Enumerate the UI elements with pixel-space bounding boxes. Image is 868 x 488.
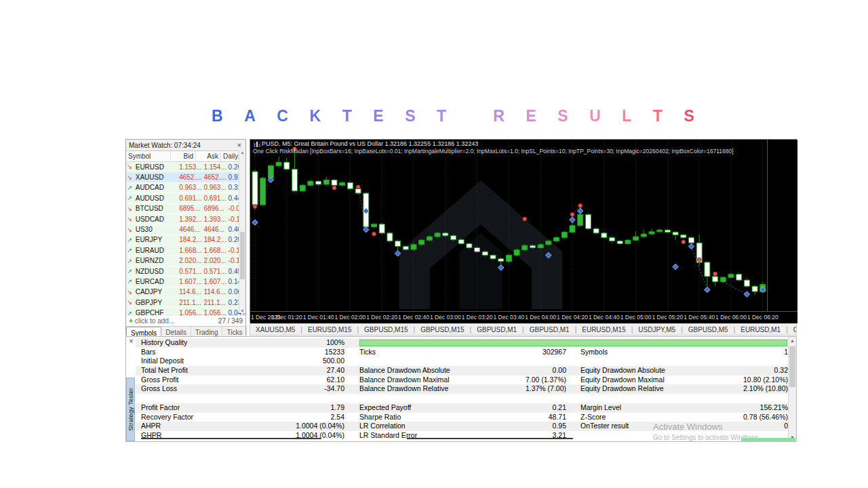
stat-value: 15233: [217, 348, 344, 357]
stat-value: 500.00: [217, 357, 344, 366]
market-watch-add-row[interactable]: + click to add... 27 / 349: [126, 315, 245, 326]
symbol-name: BTCUSD: [134, 205, 177, 212]
symbol-row[interactable]: ↘XAUUSD4652....4652....0.91%: [126, 172, 245, 182]
tick-up-icon: ↗: [126, 237, 134, 243]
chart-canvas[interactable]: 1.324701.324351.324001.323651.323301.322…: [250, 140, 796, 322]
stats-scrollbar[interactable]: ▲ ▼: [788, 337, 796, 441]
market-watch-scrollbar[interactable]: ▲ ▼: [239, 150, 245, 313]
bid-value: 184.2...: [177, 236, 201, 243]
stat-value: 0.78 (56.46%): [659, 413, 788, 422]
column-header-bid[interactable]: Bid: [171, 151, 196, 161]
chart-tab-5[interactable]: GBPUSD,M1: [524, 326, 575, 333]
title-letter: K: [310, 107, 321, 125]
stat-value: 1: [659, 348, 788, 357]
stat-value: 156.21%: [659, 403, 788, 413]
market-watch-rows: ↘EURUSD1.153...1.154...0.26%↘XAUUSD4652.…: [126, 162, 245, 315]
candlestick-chart[interactable]: 1.324701.324351.324001.323651.323301.322…: [250, 140, 797, 323]
stat-label: Gross Loss: [141, 384, 177, 394]
column-header-symbol[interactable]: Symbol: [126, 151, 171, 161]
symbol-row[interactable]: ↗EURCAD1.607...1.607...0.14%: [126, 277, 245, 287]
symbol-row[interactable]: ↗NZDUSD0.571...0.571...0.45%: [126, 266, 245, 277]
sell-marker-icon: [332, 186, 336, 190]
ask-value: 1.668...: [201, 247, 226, 254]
title-letter: B: [212, 107, 223, 125]
scroll-up-icon[interactable]: ▲: [241, 150, 245, 155]
stat-value: -34.70: [217, 384, 344, 394]
bid-value: 211.1...: [177, 299, 201, 306]
symbol-row[interactable]: ↗EURNZD2.020...2.020...-0.18%: [126, 256, 245, 266]
chart-tab-10[interactable]: GBPUSD,M1: [788, 326, 797, 333]
symbol-row[interactable]: ↘EURUSD1.153...1.154...0.26%: [126, 162, 245, 172]
sell-marker-icon: [253, 205, 257, 209]
stats-row: History Quality100%: [136, 338, 789, 348]
ask-value: 0.691...: [201, 195, 226, 202]
symbol-name: GBPCHF: [134, 309, 177, 315]
chart-tab-6[interactable]: EURUSD,M15: [576, 326, 631, 333]
symbol-name: EURCAD: [134, 278, 177, 285]
svg-text:1 Dec 06:00: 1 Dec 06:00: [715, 314, 747, 321]
bid-value: 1.153...: [177, 163, 201, 171]
column-header-ask[interactable]: Ask: [196, 151, 221, 161]
symbol-name: EURJPY: [134, 236, 177, 243]
stat-label: Expected Payoff: [359, 403, 411, 413]
chart-tab-1[interactable]: EURUSD,M15: [302, 326, 357, 333]
scroll-up-icon[interactable]: ▲: [790, 338, 795, 343]
symbol-row[interactable]: ↗EURJPY184.2...184.2...0.20%: [126, 235, 245, 245]
chart-tab-9[interactable]: EURUSD,M1: [735, 326, 786, 333]
title-letter: R: [493, 107, 505, 125]
svg-text:1 Dec 06:20: 1 Dec 06:20: [747, 314, 778, 321]
strategy-tester-tab[interactable]: Strategy Tester: [126, 378, 135, 441]
stat-label: Initial Deposit: [141, 357, 184, 366]
close-icon[interactable]: ×: [127, 338, 135, 346]
ask-value: 1.056...: [201, 309, 226, 315]
symbol-row[interactable]: ↗GBPCHF1.056...1.056...0.04%: [126, 308, 245, 315]
symbol-row[interactable]: ↗AUDUSD0.691...0.691...0.44%: [126, 193, 245, 203]
tick-up-icon: ↗: [126, 278, 134, 285]
ask-value: 1.393...: [201, 216, 226, 223]
chart-tab-8[interactable]: GBPUSD,M5: [683, 326, 734, 333]
bid-value: 0.571...: [177, 268, 201, 275]
symbol-name: US30: [134, 226, 177, 233]
close-icon[interactable]: ×: [236, 141, 243, 149]
ask-value: 1.154...: [201, 163, 226, 171]
add-symbol-label[interactable]: click to add...: [135, 317, 174, 325]
symbol-row[interactable]: ↗AUDCAD0.963...0.963...0.31%: [126, 183, 245, 193]
chart-tab-3[interactable]: GBPUSD,M15: [415, 326, 469, 333]
title-letter: S: [405, 107, 415, 125]
symbol-name: XAUUSD: [134, 174, 177, 181]
title-letter: E: [526, 107, 536, 125]
stat-value: 0.00: [437, 366, 566, 375]
chart-tab-4[interactable]: GBPUSD,M1: [471, 326, 522, 333]
tick-down-icon: ↘: [126, 163, 134, 170]
bid-value: 0.691...: [177, 195, 201, 202]
title-letter: A: [244, 107, 256, 125]
chart-tab-2[interactable]: GBPUSD,M15: [359, 326, 413, 333]
chart-tab-7[interactable]: USDJPY,M5: [633, 326, 681, 333]
column-header-daily[interactable]: Daily...: [221, 151, 239, 161]
svg-text:1 Dec 04:00: 1 Dec 04:00: [525, 314, 556, 321]
scroll-thumb[interactable]: [789, 346, 795, 387]
symbol-row[interactable]: ↗EURAUD1.668...1.668...-0.17%: [126, 245, 245, 256]
symbol-row[interactable]: ↘CADJPY114.6...114.6...0.06%: [126, 287, 245, 298]
ea-params-line: One Click RiskMadan [InpBoxBars=16; InpB…: [253, 148, 734, 155]
strategy-tester-tab-label: Strategy Tester: [127, 388, 134, 431]
title-letter: T: [653, 107, 663, 125]
scroll-thumb[interactable]: [240, 232, 245, 279]
scroll-down-icon[interactable]: ▼: [241, 309, 245, 313]
market-watch-header: SymbolBidAskDaily...: [126, 151, 245, 162]
ask-value: 211.1...: [201, 299, 226, 306]
activate-windows-text: Activate Windows: [653, 422, 723, 432]
stat-value: 0.32: [659, 366, 788, 375]
symbol-name: NZDUSD: [134, 268, 177, 275]
chart-title: GBPUSD, M5: Great Britain Pound vs US Do…: [253, 140, 478, 147]
chart-tab-0[interactable]: XAUUSD,M5: [250, 326, 300, 333]
svg-text:1 Dec 02:40: 1 Dec 02:40: [398, 314, 429, 321]
symbol-row[interactable]: ↘BTCUSD6895...6896...-0.07%: [126, 204, 245, 214]
stat-label: Recovery Factor: [141, 413, 193, 422]
stats-row: Initial Deposit500.00: [136, 357, 789, 366]
symbol-row[interactable]: ↘USDCAD1.392...1.393...-0.12%: [126, 214, 245, 224]
svg-text:1 Dec 03:40: 1 Dec 03:40: [493, 314, 524, 321]
symbol-row[interactable]: ↘GBPJPY211.1...211.1...0.23%: [126, 298, 245, 308]
symbol-row[interactable]: ↘US304646...4646...0.40%: [126, 224, 245, 235]
sell-marker-icon: [523, 217, 527, 221]
